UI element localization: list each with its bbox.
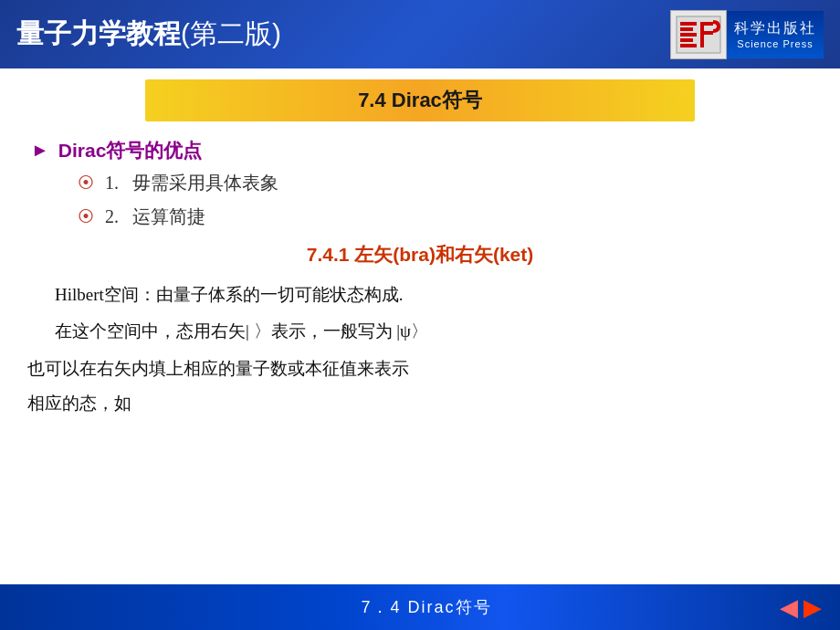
header-title: 量子力学教程(第二版) (16, 16, 281, 53)
footer: 7．4 Dirac符号 ◀ ▶ (0, 584, 840, 630)
footer-navigation: ◀ ▶ (780, 593, 822, 622)
body-text-4: 相应的态，如 (27, 394, 131, 413)
sub-bullet-2-number: 2. (105, 206, 119, 226)
header: 量子力学教程(第二版) (0, 0, 840, 68)
main-bullet-label: Dirac符号的优点 (58, 138, 203, 163)
body-paragraph-1: Hilbert空间：由量子体系的一切可能状态构成. (55, 280, 813, 310)
sub-bullet-2-content: 运算简捷 (132, 206, 205, 226)
body-text-2: 在这个空间中，态用右矢| 〉表示，一般写为 |ψ〉 (55, 321, 428, 341)
svg-rect-1 (680, 22, 697, 26)
main-bullet-row: ► Dirac符号的优点 (31, 138, 813, 163)
section-title-box: 7.4 Dirac符号 (145, 79, 695, 121)
svg-rect-3 (680, 33, 697, 37)
sub-bullet-1-content: 毋需采用具体表象 (132, 173, 278, 193)
sub-bullet-2: ⦿ 2. 运算简捷 (78, 205, 813, 229)
ep-logo-svg (675, 15, 722, 55)
sub-bullet-1-text: 1. 毋需采用具体表象 (105, 171, 278, 195)
body-text-1: Hilbert空间：由量子体系的一切可能状态构成. (55, 285, 404, 304)
publisher-logo: 科学出版社 Science Press (670, 10, 824, 59)
ep-logo-box (670, 10, 727, 59)
svg-rect-5 (680, 44, 697, 47)
body-paragraph-2: 在这个空间中，态用右矢| 〉表示，一般写为 |ψ〉 (55, 317, 813, 346)
svg-rect-2 (680, 27, 693, 31)
slide: 量子力学教程(第二版) (0, 0, 840, 630)
gear-icon-1: ⦿ (78, 173, 94, 193)
prev-button[interactable]: ◀ (780, 593, 798, 622)
body-paragraph-3: 也可以在右矢内填上相应的量子数或本征值来表示 (27, 354, 813, 383)
body-text-3: 也可以在右矢内填上相应的量子数或本征值来表示 (27, 359, 409, 378)
logo-english-text: Science Press (737, 38, 813, 49)
main-content: 7.4 Dirac符号 ► Dirac符号的优点 ⦿ 1. 毋需采用具体表象 ⦿… (0, 68, 840, 584)
subsection-title: 7.4.1 左矢(bra)和右矢(ket) (27, 242, 813, 268)
section-title-text: 7.4 Dirac符号 (358, 89, 482, 111)
svg-rect-8 (700, 31, 713, 35)
body-paragraph-4: 相应的态，如 (27, 389, 813, 418)
svg-rect-4 (680, 38, 693, 42)
sub-bullet-1: ⦿ 1. 毋需采用具体表象 (78, 171, 813, 195)
svg-rect-7 (700, 22, 713, 26)
sub-bullet-1-number: 1. (105, 173, 119, 193)
title-text: 量子力学教程 (16, 18, 181, 48)
arrow-icon: ► (31, 140, 49, 161)
sub-bullet-2-text: 2. 运算简捷 (105, 205, 205, 229)
next-button[interactable]: ▶ (803, 593, 822, 622)
gear-icon-2: ⦿ (78, 207, 94, 226)
logo-chinese-text: 科学出版社 (734, 19, 816, 38)
science-press-label: 科学出版社 Science Press (727, 11, 824, 58)
title-paren: (第二版) (181, 18, 281, 48)
footer-title: 7．4 Dirac符号 (361, 596, 491, 618)
